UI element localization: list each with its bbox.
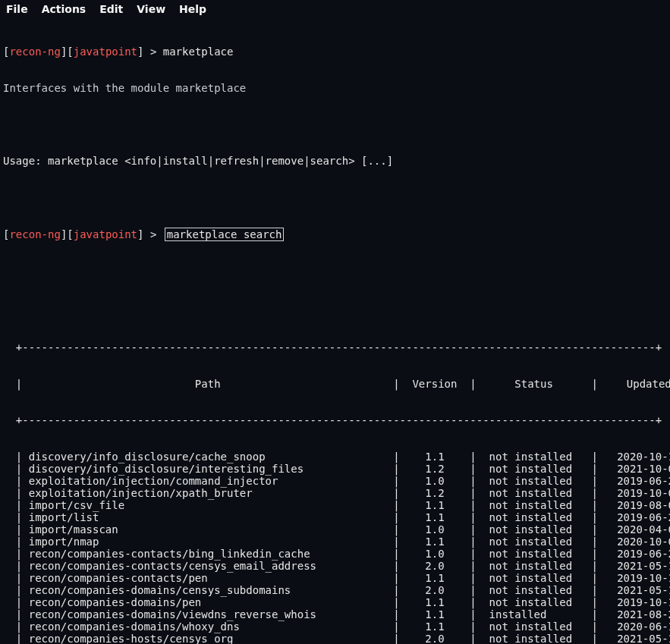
prompt-context: javatpoint	[74, 228, 137, 240]
table-row: | import/masscan | 1.0 | not installed |…	[3, 523, 667, 536]
table-row: | recon/companies-contacts/censys_email_…	[3, 560, 667, 572]
col-updated: Updated	[604, 378, 670, 390]
prompt-app: recon-ng	[9, 228, 60, 240]
table-row: | discovery/info_disclosure/interesting_…	[3, 463, 667, 475]
table-row: | discovery/info_disclosure/cache_snoop …	[3, 451, 667, 463]
menu-edit[interactable]: Edit	[99, 3, 123, 15]
table-row: | import/nmap | 1.1 | not installed | 20…	[3, 536, 667, 548]
table-border-headsep: +---------------------------------------…	[3, 414, 667, 426]
col-version: Version	[406, 378, 464, 390]
description-line: Interfaces with the module marketplace	[3, 82, 667, 94]
bracket-sep: ][	[61, 228, 74, 240]
col-path: Path	[29, 378, 387, 390]
table-row: | recon/companies-domains/censys_subdoma…	[3, 584, 667, 596]
prompt-line-2: [recon-ng][javatpoint] > marketplace sea…	[3, 228, 667, 240]
table-row: | recon/companies-hosts/censys_org | 2.0…	[3, 633, 667, 644]
menubar: File Actions Edit View Help	[0, 0, 670, 20]
table-row: | recon/companies-domains/whoxy_dns | 1.…	[3, 620, 667, 633]
menu-file[interactable]: File	[6, 3, 28, 15]
terminal[interactable]: [recon-ng][javatpoint] > marketplace Int…	[0, 20, 670, 644]
table-row: | import/csv_file | 1.1 | not installed …	[3, 499, 667, 511]
usage-line: Usage: marketplace <info|install|refresh…	[3, 155, 667, 167]
results-table: +---------------------------------------…	[3, 317, 667, 644]
table-header: | Path | Version | Status | Updated | D …	[3, 378, 667, 390]
prompt-context: javatpoint	[74, 46, 137, 58]
menu-view[interactable]: View	[137, 3, 165, 15]
table-border-top: +---------------------------------------…	[3, 341, 667, 353]
col-status: Status	[483, 378, 585, 390]
bracket-sep: ][	[61, 46, 74, 58]
prompt-close: ] >	[137, 228, 163, 240]
prompt-app: recon-ng	[9, 46, 60, 58]
menu-help[interactable]: Help	[179, 3, 206, 15]
table-row: | recon/companies-contacts/bing_linkedin…	[3, 548, 667, 560]
table-row: | import/list | 1.1 | not installed | 20…	[3, 511, 667, 523]
menu-actions[interactable]: Actions	[42, 3, 87, 15]
prompt-close: ] >	[137, 46, 163, 58]
prompt-line-1: [recon-ng][javatpoint] > marketplace	[3, 46, 667, 58]
table-row: | exploitation/injection/xpath_bruter | …	[3, 487, 667, 499]
table-row: | exploitation/injection/command_injecto…	[3, 475, 667, 487]
table-row: | recon/companies-domains/viewdns_revers…	[3, 608, 667, 620]
command-1: marketplace	[163, 46, 234, 58]
table-row: | recon/companies-domains/pen | 1.1 | no…	[3, 596, 667, 608]
command-2-highlighted: marketplace search	[165, 228, 285, 241]
table-row: | recon/companies-contacts/pen | 1.1 | n…	[3, 572, 667, 584]
